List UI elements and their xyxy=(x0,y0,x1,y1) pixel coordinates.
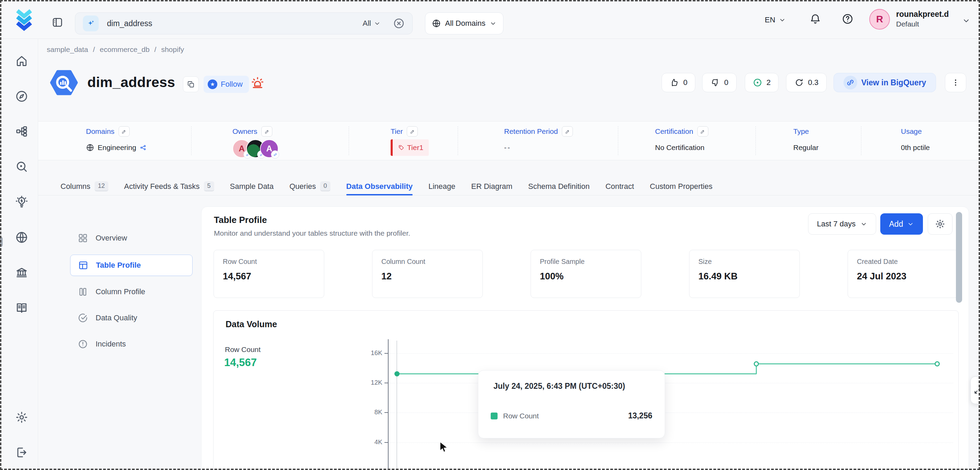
global-search[interactable]: dim_address All xyxy=(75,13,413,34)
line-segment[interactable] xyxy=(756,363,937,364)
logout-icon[interactable] xyxy=(15,446,28,459)
profiler-nav-column-profile[interactable]: Column Profile xyxy=(70,282,192,301)
retention-value: -- xyxy=(504,143,511,152)
glossary-icon[interactable] xyxy=(15,301,28,314)
profiler-nav-overview[interactable]: Overview xyxy=(70,228,192,248)
date-range-label: Last 7 days xyxy=(817,220,856,228)
settings-icon[interactable] xyxy=(15,411,28,424)
table-icon xyxy=(78,260,88,271)
y-tick-mark xyxy=(385,442,388,443)
sidebar-toggle-icon[interactable] xyxy=(52,16,63,28)
rail-drag-handle[interactable] xyxy=(0,237,3,247)
tab-activity-feeds-tasks[interactable]: Activity Feeds & Tasks5 xyxy=(124,178,214,195)
tab-lineage[interactable]: Lineage xyxy=(428,178,455,195)
owner-badge-icon xyxy=(271,150,279,159)
profiler-nav-table-profile[interactable]: Table Profile xyxy=(70,255,192,276)
popularity-button[interactable]: 0.3 xyxy=(786,73,827,92)
tab-custom-properties[interactable]: Custom Properties xyxy=(650,178,713,195)
meta-retention: Retention Period -- xyxy=(504,126,573,154)
owner-avatar[interactable]: A xyxy=(260,139,278,158)
user-avatar[interactable]: R xyxy=(869,9,890,30)
data-point-marker[interactable] xyxy=(754,361,759,366)
all-domains-button[interactable]: All Domains xyxy=(425,13,503,34)
chevron-down-icon xyxy=(374,20,381,27)
view-in-bigquery-button[interactable]: View in BigQuery xyxy=(834,73,936,92)
breadcrumb-item[interactable]: sample_data xyxy=(47,45,88,54)
meta-owners: Owners A A xyxy=(232,126,278,158)
chart-hover-line xyxy=(396,341,397,469)
tab-contract[interactable]: Contract xyxy=(606,178,634,195)
card-label: Column Count xyxy=(381,258,474,266)
tab-er-diagram[interactable]: ER Diagram xyxy=(471,178,512,195)
governance-icon[interactable] xyxy=(15,266,28,279)
breadcrumb-item[interactable]: shopify xyxy=(161,45,184,54)
date-range-dropdown[interactable]: Last 7 days xyxy=(808,213,876,235)
tab-columns[interactable]: Columns12 xyxy=(60,178,108,195)
views-button[interactable]: 2 xyxy=(745,73,778,92)
search-scope-dropdown[interactable]: All xyxy=(363,19,381,28)
workflows-icon[interactable] xyxy=(15,125,28,138)
gear-icon xyxy=(935,219,945,229)
help-icon[interactable] xyxy=(842,13,853,25)
edit-tier-button[interactable] xyxy=(407,126,418,137)
relation-icon[interactable] xyxy=(140,144,146,151)
vertical-scrollbar-thumb[interactable] xyxy=(956,212,962,303)
edit-retention-button[interactable] xyxy=(562,126,573,137)
more-actions-button[interactable] xyxy=(945,73,966,92)
meta-type: Type Regular xyxy=(793,126,819,154)
divider xyxy=(756,126,756,155)
discover-icon[interactable] xyxy=(15,160,28,174)
profiler-nav-data-quality[interactable]: Data Quality xyxy=(70,308,192,328)
popularity-score: 0.3 xyxy=(808,78,819,87)
home-icon[interactable] xyxy=(15,54,28,67)
view-in-bigquery-label: View in BigQuery xyxy=(861,78,926,88)
tier-badge[interactable]: Tier1 xyxy=(391,139,429,156)
overview-grid-icon xyxy=(78,233,88,243)
insights-icon[interactable] xyxy=(15,196,28,209)
tab-schema-definition[interactable]: Schema Definition xyxy=(528,178,590,195)
user-menu-chevron-icon[interactable] xyxy=(962,16,970,25)
compass-icon[interactable] xyxy=(15,90,28,103)
tier-label: Tier xyxy=(391,127,402,135)
globe-icon xyxy=(432,19,441,28)
upvote-button[interactable]: 0 xyxy=(662,73,695,92)
y-tick-mark xyxy=(385,353,388,354)
globe-icon[interactable] xyxy=(15,231,28,244)
y-tick-mark xyxy=(385,412,388,413)
ai-sparkle-icon[interactable] xyxy=(83,16,99,31)
tab-data-observability[interactable]: Data Observability xyxy=(346,178,413,195)
top-bar: dim_address All All Domains EN R rounakp… xyxy=(0,0,980,39)
notifications-bell-icon[interactable] xyxy=(810,13,821,25)
copy-name-button[interactable] xyxy=(183,76,199,92)
globe-icon xyxy=(86,143,94,152)
edit-owners-button[interactable] xyxy=(261,126,272,137)
chart-metric-label: Row Count xyxy=(225,346,261,354)
announcement-siren-icon[interactable] xyxy=(250,76,265,90)
edit-certification-button[interactable] xyxy=(697,126,708,137)
card-label: Profile Sample xyxy=(540,258,632,266)
atlan-logo[interactable] xyxy=(14,8,34,31)
data-point-marker[interactable] xyxy=(935,361,940,366)
data-point-marker[interactable] xyxy=(395,371,399,376)
profiler-nav-incidents[interactable]: Incidents xyxy=(70,335,192,354)
downvote-button[interactable]: 0 xyxy=(702,73,737,92)
chevron-down-icon xyxy=(907,221,914,228)
edit-domains-button[interactable] xyxy=(119,126,130,137)
search-clear-icon[interactable] xyxy=(393,18,405,29)
refresh-icon xyxy=(794,78,804,88)
language-selector[interactable]: EN xyxy=(765,14,786,26)
tab-queries[interactable]: Queries0 xyxy=(290,178,331,195)
edge-expand-button[interactable] xyxy=(970,376,980,404)
search-input[interactable]: dim_address xyxy=(107,19,363,28)
add-button[interactable]: Add xyxy=(880,213,923,235)
profiler-settings-button[interactable] xyxy=(928,213,953,235)
card-value: 16.49 KB xyxy=(698,271,791,282)
tab-sample-data[interactable]: Sample Data xyxy=(230,178,274,195)
chevron-down-icon xyxy=(860,221,867,228)
type-label: Type xyxy=(793,127,809,135)
follow-button[interactable]: ★ Follow xyxy=(204,76,249,93)
breadcrumb-item[interactable]: ecommerce_db xyxy=(100,45,150,54)
link-icon xyxy=(843,76,857,89)
downvote-count: 0 xyxy=(724,78,728,87)
domain-value[interactable]: Engineering xyxy=(98,143,136,152)
